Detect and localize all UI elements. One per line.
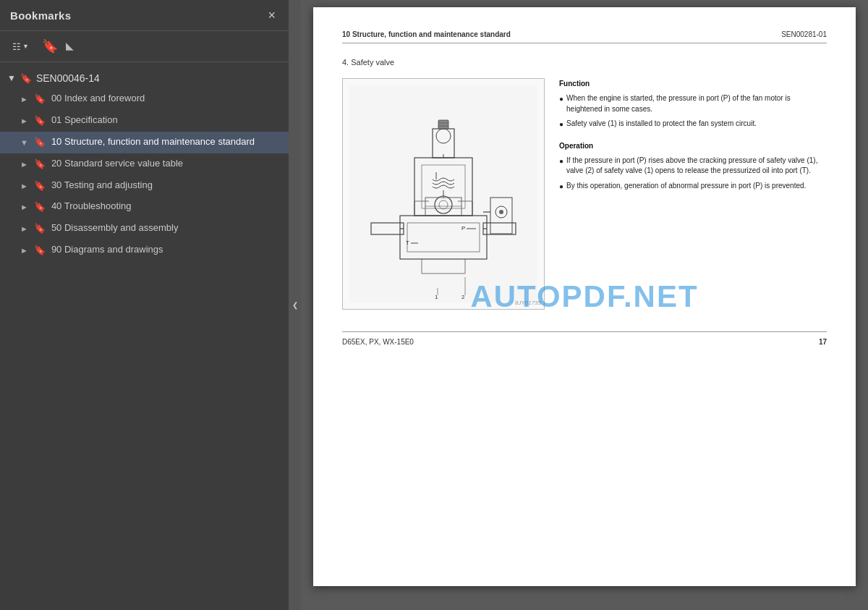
tree-root-item[interactable]: ▼ 🔖 SEN00046-14 (0, 68, 289, 88)
sidebar-toolbar: ☷ ▼ 🔖 ◣ (0, 31, 289, 62)
operation-bullet-text-2: By this operation, generation of abnorma… (566, 181, 806, 192)
chevron-right-icon-90: ► (20, 245, 28, 255)
operation-bullet-2: ● By this operation, generation of abnor… (559, 181, 827, 192)
operation-heading: Operation (559, 140, 827, 151)
svg-text:T: T (406, 240, 409, 246)
item-label-30: 30 Testing and adjusting (51, 179, 281, 192)
bookmark-active-button[interactable]: 🔖 (37, 35, 63, 57)
diagram-code: 8JY01735 (515, 300, 541, 306)
cursor-indicator: ◣ (66, 40, 75, 53)
chevron-right-icon-50: ► (20, 224, 28, 234)
page-header: 10 Structure, function and maintenance s… (342, 30, 827, 43)
svg-rect-20 (438, 120, 448, 129)
item-label-10: 10 Structure, function and maintenance s… (51, 136, 281, 148)
chevron-down-icon-10: ▼ (20, 137, 28, 148)
bookmark-sym-90: 🔖 (34, 245, 46, 257)
bookmark-sym-40: 🔖 (34, 201, 46, 213)
sidebar-item-30[interactable]: ► 🔖 30 Testing and adjusting (0, 175, 289, 197)
list-icon: ☷ (12, 41, 21, 52)
function-bullet-text-2: Safety valve (1) is installed to protect… (566, 119, 757, 130)
footer-page-number: 17 (819, 338, 827, 346)
function-bullet-text-1: When the engine is started, the pressure… (566, 93, 827, 114)
diagram-box: P T (342, 78, 545, 310)
bullet-dot-4: ● (559, 182, 563, 192)
sidebar-item-90[interactable]: ► 🔖 90 Diagrams and drawings (0, 240, 289, 261)
chevron-right-icon-00: ► (20, 94, 28, 104)
content-area: P T (342, 78, 827, 310)
bookmark-tree: ▼ 🔖 SEN00046-14 ► 🔖 00 Index and forewor… (0, 62, 289, 610)
svg-text:P: P (461, 225, 465, 232)
bookmark-sym-30: 🔖 (34, 180, 46, 192)
page-header-code: SEN00281-01 (781, 30, 827, 38)
bullet-dot-3: ● (559, 156, 563, 177)
chevron-right-icon-01: ► (20, 116, 28, 126)
operation-bullet-1: ● If the pressure in port (P) rises abov… (559, 156, 827, 177)
function-bullet-1: ● When the engine is started, the pressu… (559, 93, 827, 114)
sidebar-item-10[interactable]: ▼ 🔖 10 Structure, function and maintenan… (0, 132, 289, 153)
page-footer: D65EX, PX, WX-15E0 17 (342, 331, 827, 346)
bullet-dot-2: ● (559, 119, 563, 130)
safety-valve-diagram: P T (349, 85, 537, 302)
function-bullet-2: ● Safety valve (1) is installed to prote… (559, 119, 827, 130)
page-header-section: 10 Structure, function and maintenance s… (342, 30, 511, 38)
svg-text:2: 2 (461, 294, 465, 300)
sidebar-item-20[interactable]: ► 🔖 20 Standard service value table (0, 153, 289, 175)
main-content: 10 Structure, function and maintenance s… (301, 0, 868, 610)
list-view-button[interactable]: ☷ ▼ (7, 38, 34, 55)
svg-point-35 (499, 210, 503, 214)
dropdown-arrow-icon: ▼ (22, 43, 29, 50)
operation-bullet-list: ● If the pressure in port (P) rises abov… (559, 156, 827, 192)
item-label-20: 20 Standard service value table (51, 158, 281, 170)
item-label-00: 00 Index and foreword (51, 93, 281, 105)
item-label-50: 50 Disassembly and assembly (51, 222, 281, 234)
root-label: SEN00046-14 (36, 72, 100, 84)
root-chevron-down-icon: ▼ (7, 73, 16, 83)
footer-model: D65EX, PX, WX-15E0 (342, 338, 414, 346)
bookmark-sym-00: 🔖 (34, 93, 46, 106)
sidebar-item-01[interactable]: ► 🔖 01 Specification (0, 110, 289, 132)
bookmark-sym-10: 🔖 (34, 137, 46, 149)
item-label-90: 90 Diagrams and drawings (51, 244, 281, 256)
document-page: 10 Structure, function and maintenance s… (313, 7, 856, 586)
text-content: Function ● When the engine is started, t… (559, 78, 827, 310)
sidebar-item-40[interactable]: ► 🔖 40 Troubleshooting (0, 196, 289, 218)
sidebar-header: Bookmarks × (0, 0, 289, 31)
function-bullet-list: ● When the engine is started, the pressu… (559, 93, 827, 130)
sidebar-title: Bookmarks (10, 9, 71, 22)
bookmark-sym-20: 🔖 (34, 158, 46, 171)
bullet-dot-1: ● (559, 94, 563, 114)
item-label-40: 40 Troubleshooting (51, 200, 281, 213)
bookmark-icon: 🔖 (42, 38, 58, 54)
bookmark-sym-01: 🔖 (34, 115, 46, 127)
bookmark-sym-50: 🔖 (34, 223, 46, 235)
item-label-01: 01 Specification (51, 114, 281, 127)
sidebar-item-00[interactable]: ► 🔖 00 Index and foreword (0, 88, 289, 110)
sidebar: Bookmarks × ☷ ▼ 🔖 ◣ ▼ 🔖 SEN00046-14 ► 🔖 … (0, 0, 289, 610)
sidebar-collapse-handle[interactable]: ❮ (289, 0, 301, 610)
bookmark-icon-root: 🔖 (20, 73, 32, 84)
chevron-right-icon-30: ► (20, 181, 28, 191)
sidebar-item-50[interactable]: ► 🔖 50 Disassembly and assembly (0, 218, 289, 240)
function-heading: Function (559, 78, 827, 89)
operation-bullet-text-1: If the pressure in port (P) rises above … (566, 156, 827, 177)
chevron-right-icon-20: ► (20, 159, 28, 169)
close-button[interactable]: × (265, 7, 278, 23)
section-title: 4. Safety valve (342, 58, 827, 67)
chevron-right-icon-40: ► (20, 202, 28, 212)
